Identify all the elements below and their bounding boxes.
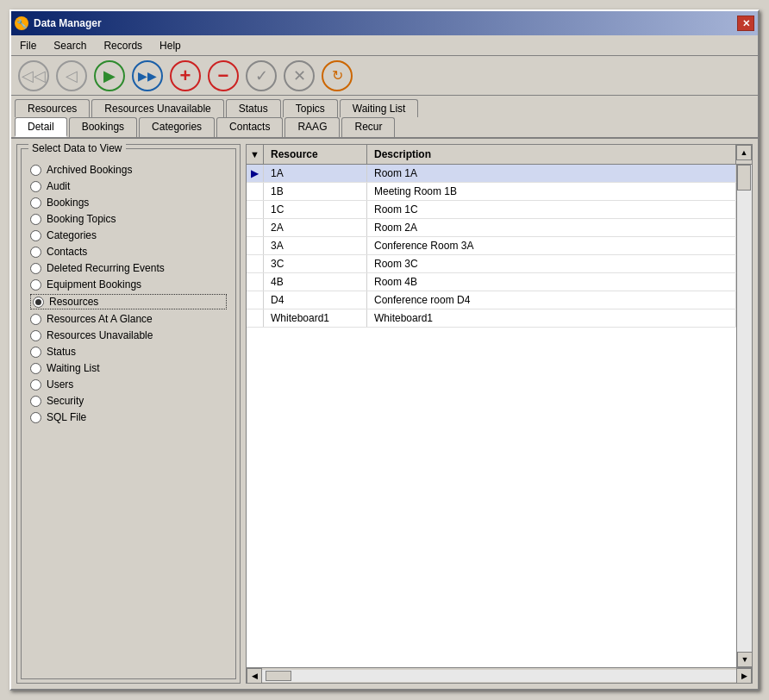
title-bar-left: 🔧 Data Manager [15,16,102,30]
row-arrow-8 [247,309,264,327]
main-window: 🔧 Data Manager ✕ File Search Records Hel… [9,9,760,691]
menu-file[interactable]: File [15,38,41,53]
radio-item-3[interactable]: Booking Topics [30,212,227,226]
toolbar: ◁◁ ◁ ▶ ▶▶ + − ✓ ✕ ↻ [11,56,758,96]
radio-circle-6 [30,263,41,274]
radio-item-5[interactable]: Contacts [30,245,227,259]
back2-button[interactable]: ◁◁ [18,60,49,91]
delete-button[interactable]: − [208,60,239,91]
table-row-5[interactable]: 3CRoom 3C [247,255,736,273]
radio-item-6[interactable]: Deleted Recurring Events [30,261,227,275]
tab-topics[interactable]: Topics [283,99,338,117]
scroll-left-btn[interactable]: ◀ [247,668,262,684]
row-arrow-4 [247,237,264,254]
tab-categories[interactable]: Categories [139,117,215,137]
cell-description-0: Room 1A [367,165,736,182]
radio-label-5: Contacts [47,246,87,258]
tab-status[interactable]: Status [226,99,281,117]
radio-item-9[interactable]: Resources At A Glance [30,312,227,326]
table-row-3[interactable]: 2ARoom 2A [247,219,736,237]
right-panel: ▼ Resource Description ▲ ▶1ARoom 1A1BMee… [246,144,753,684]
cancel-toolbar-button[interactable]: ✕ [284,60,315,91]
back1-button[interactable]: ◁ [56,60,87,91]
table-row-1[interactable]: 1BMeeting Room 1B [247,183,736,201]
table-row-4[interactable]: 3AConference Room 3A [247,237,736,255]
check-button[interactable]: ✓ [246,60,277,91]
radio-circle-13 [30,379,41,391]
radio-item-14[interactable]: Security [30,394,227,408]
radio-item-12[interactable]: Waiting List [30,361,227,375]
table-row-2[interactable]: 1CRoom 1C [247,201,736,219]
radio-item-13[interactable]: Users [30,378,227,391]
cell-description-7: Conference room D4 [367,291,736,309]
radio-label-15: SQL File [47,411,86,423]
radio-circle-15 [30,412,41,423]
radio-item-2[interactable]: Bookings [30,196,227,209]
tab-resources-unavailable[interactable]: Resources Unavailable [91,99,223,117]
scroll-down-btn[interactable]: ▼ [737,652,752,667]
vertical-scrollbar[interactable]: ▼ [736,165,752,667]
cell-resource-3: 2A [264,219,367,236]
left-panel-title: Select Data to View [28,142,126,154]
sort-header[interactable]: ▼ [247,145,264,164]
radio-item-15[interactable]: SQL File [30,410,227,424]
description-header[interactable]: Description [367,145,736,164]
menu-search[interactable]: Search [48,38,91,53]
table-row-7[interactable]: D4Conference room D4 [247,291,736,309]
cell-description-3: Room 2A [367,219,736,236]
radio-item-1[interactable]: Audit [30,179,227,193]
radio-item-7[interactable]: Equipment Bookings [30,278,227,291]
radio-label-14: Security [47,395,84,407]
row-arrow-0: ▶ [247,165,264,182]
radio-label-2: Bookings [47,197,89,209]
cell-resource-6: 4B [264,273,367,291]
tabs-row2: Detail Bookings Categories Contacts RAAG… [11,117,758,139]
add-button[interactable]: + [170,60,201,91]
play-button[interactable]: ▶ [94,60,125,91]
radio-item-11[interactable]: Status [30,345,227,359]
cell-description-8: Whiteboard1 [367,309,736,327]
row-arrow-1 [247,183,264,200]
radio-item-10[interactable]: Resources Unavailable [30,328,227,342]
refresh-button[interactable]: ↻ [322,60,353,91]
radio-circle-3 [30,214,41,225]
radio-circle-9 [30,314,41,325]
close-button[interactable]: ✕ [737,16,754,31]
scroll-right-btn[interactable]: ▶ [736,668,752,684]
table-header: ▼ Resource Description ▲ [247,145,752,165]
menu-records[interactable]: Records [98,38,147,53]
app-icon: 🔧 [15,16,28,30]
radio-item-4[interactable]: Categories [30,228,227,242]
row-arrow-7 [247,291,264,309]
radio-circle-14 [30,396,41,407]
radio-label-7: Equipment Bookings [47,278,141,291]
menu-help[interactable]: Help [154,38,186,53]
table-row-0[interactable]: ▶1ARoom 1A [247,165,736,183]
tab-contacts[interactable]: Contacts [216,117,283,137]
tab-recur[interactable]: Recur [341,117,395,137]
cell-resource-0: 1A [264,165,367,182]
radio-label-8: Resources [49,296,98,308]
tab-resources[interactable]: Resources [15,99,90,117]
resource-header[interactable]: Resource [264,145,367,164]
radio-label-1: Audit [47,180,70,192]
radio-circle-10 [30,330,41,341]
radio-circle-12 [30,363,41,374]
window-title: Data Manager [34,17,102,29]
table-row-8[interactable]: Whiteboard1Whiteboard1 [247,309,736,328]
tab-detail[interactable]: Detail [15,117,67,137]
tab-waiting-list[interactable]: Waiting List [340,99,419,117]
menu-bar: File Search Records Help [11,35,758,56]
tab-raag[interactable]: RAAG [284,117,340,137]
horizontal-scrollbar[interactable]: ◀ ▶ [247,667,752,683]
radio-item-8[interactable]: Resources [30,294,227,309]
table-row-6[interactable]: 4BRoom 4B [247,273,736,291]
table-body: ▶1ARoom 1A1BMeeting Room 1B1CRoom 1C2ARo… [247,165,736,667]
play-fwd-button[interactable]: ▶▶ [132,60,163,91]
radio-label-11: Status [47,346,76,358]
cell-description-2: Room 1C [367,201,736,218]
tab-bookings[interactable]: Bookings [69,117,137,137]
scroll-up-btn[interactable]: ▲ [736,145,752,160]
cell-resource-2: 1C [264,201,367,218]
radio-item-0[interactable]: Archived Bookings [30,163,227,177]
